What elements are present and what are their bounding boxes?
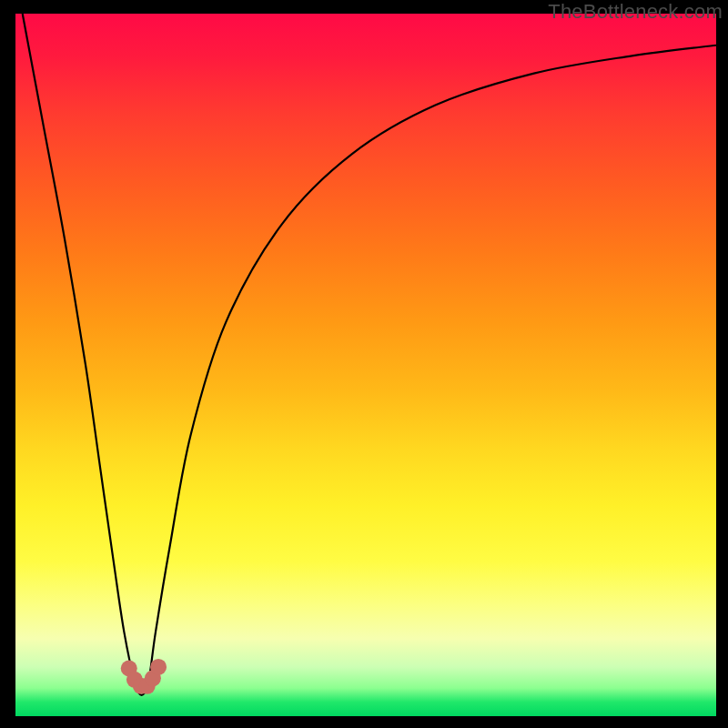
bottleneck-curve-line <box>23 14 716 695</box>
curve-valley-dots <box>121 659 167 694</box>
chart-frame: TheBottleneck.com <box>0 0 728 728</box>
bottleneck-curve-svg <box>15 14 716 716</box>
valley-dot <box>150 659 167 675</box>
watermark-text: TheBottleneck.com <box>548 0 723 24</box>
